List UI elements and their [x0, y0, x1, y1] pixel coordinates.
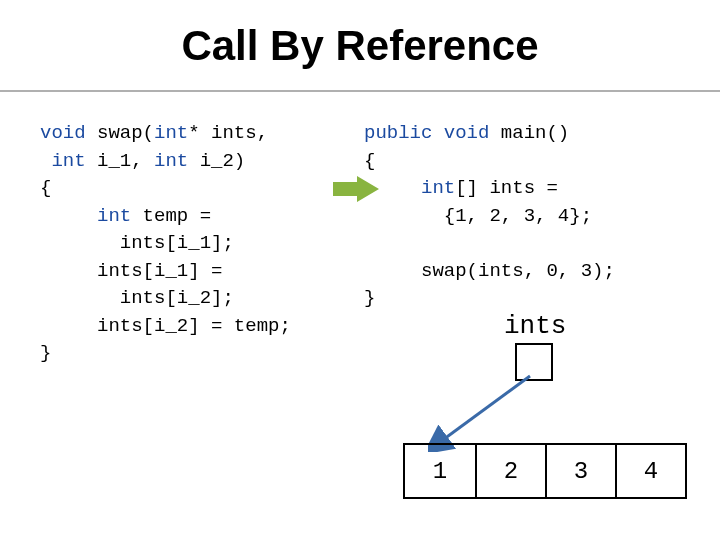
- ints-variable-label: ints: [504, 311, 566, 341]
- svg-line-2: [440, 376, 530, 442]
- title-underline: [0, 90, 720, 92]
- kw-int: int: [40, 150, 86, 172]
- array-cell-1: 2: [475, 445, 545, 497]
- array-cell-2: 3: [545, 445, 615, 497]
- kw-void: void: [40, 122, 86, 144]
- array-row: 1 2 3 4: [403, 443, 687, 499]
- array-cell-0: 1: [405, 445, 475, 497]
- execution-arrow-icon: [333, 176, 379, 206]
- slide-title: Call By Reference: [0, 22, 720, 70]
- slide: Call By Reference void swap(int* ints, i…: [0, 0, 720, 540]
- code-block-left: void swap(int* ints, int i_1, int i_2) {…: [40, 120, 340, 368]
- kw-int: int: [154, 122, 188, 144]
- array-cell-3: 4: [615, 445, 685, 497]
- kw-public-void: public void: [364, 122, 489, 144]
- kw-int: int: [40, 205, 131, 227]
- svg-marker-0: [333, 176, 379, 202]
- code-block-right: public void main() { int[] ints = {1, 2,…: [364, 120, 694, 313]
- kw-int: int: [154, 150, 188, 172]
